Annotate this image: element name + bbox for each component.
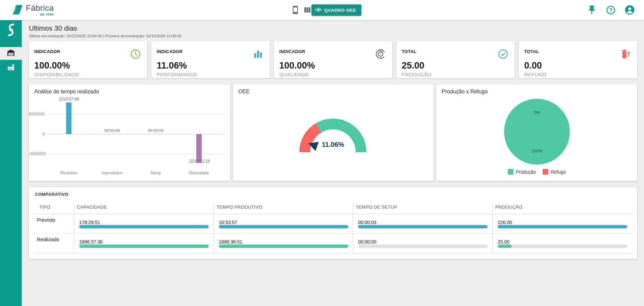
column-header-tempo-setup: TEMPO DE SETUP	[356, 205, 397, 210]
bar-value-label: -2026:52:16	[177, 159, 221, 164]
pie-label-refugo-pct: 0%	[517, 110, 557, 115]
legend-swatch-refugo	[543, 169, 548, 175]
cell-value: 1896:37:36	[79, 239, 103, 245]
help-button[interactable]: ?	[606, 5, 616, 16]
bar-chart-icon	[252, 48, 264, 60]
view-columns-icon	[303, 10, 312, 15]
progress-bar	[498, 225, 627, 228]
cell-value: 1896:36:51	[219, 239, 242, 245]
brand-name: Fábrica	[26, 4, 54, 12]
brand-logo: Fábrica ao vivo	[13, 4, 54, 17]
svg-text:?: ?	[609, 7, 612, 13]
y-axis-tick: -5000000	[29, 151, 45, 156]
page-title: Ultimos 30 dias	[29, 24, 77, 32]
kpi-caption: DISPONIBILIDADE	[34, 72, 80, 77]
cell-value: 25.00	[498, 239, 509, 245]
quadro-oee-label: QUADRO OEE	[324, 8, 356, 13]
kpi-caption: REFUGO	[524, 72, 546, 77]
progress-bar	[79, 225, 209, 228]
kpi-caption: PERFORMANCE	[157, 72, 197, 77]
clock-icon	[130, 48, 141, 60]
kpi-value: 100.00%	[279, 60, 315, 71]
kpi-card-qualidade: INDICADOR 100.00% QUALIDADE	[274, 41, 392, 78]
kpi-caption: QUALIDADE	[279, 72, 309, 77]
y-axis-tick: 0	[29, 132, 45, 136]
brand-tagline: ao vivo	[26, 12, 54, 16]
row-divider	[34, 253, 633, 253]
warehouse-icon	[7, 49, 15, 58]
row-divider	[34, 233, 633, 234]
y-axis-tick: 5000000	[29, 112, 45, 117]
column-divider	[492, 203, 493, 253]
tempo-realizado-chart-card: Análise de tempo realizado 50000000-5000…	[29, 84, 230, 181]
progress-bar	[79, 245, 209, 248]
pie-legend: Produção Refugo	[436, 169, 637, 175]
pie-slice-producao	[504, 99, 570, 165]
row-divider	[34, 214, 633, 214]
bar-value-label: 00:00:45	[90, 128, 134, 133]
kpi-value: 25.00	[402, 60, 425, 71]
cell-value: 226.00	[498, 220, 512, 225]
oee-gauge-value: 11.06%	[306, 141, 360, 148]
gridline	[48, 114, 225, 115]
legend-item-refugo: Refugo	[543, 169, 566, 175]
oee-gauge	[233, 84, 434, 181]
pin-button[interactable]	[587, 5, 597, 16]
account-circle-icon	[624, 11, 635, 16]
comparativo-table-card: COMPARATIVO TIPO CAPACIDADE TEMPO PRODUT…	[29, 187, 637, 259]
kpi-caption: PRODUÇÃO	[402, 72, 432, 77]
kpi-card-disponibilidade: INDICADOR 100.00% DISPONIBILIDADE	[29, 41, 147, 78]
kpi-card-performance: INDICADOR 11.06% PERFORMANCE	[151, 41, 270, 78]
s-mark-icon	[5, 23, 17, 39]
target-icon	[375, 48, 386, 60]
smartphone-icon	[291, 10, 300, 15]
sidebar-item-factory[interactable]	[0, 61, 22, 74]
cell-value: 178:29:51	[79, 220, 100, 225]
legend-item-producao: Produção	[508, 169, 536, 175]
legend-label-producao: Produção	[516, 169, 536, 175]
columns-view-button[interactable]	[303, 6, 312, 15]
bar-value-label: 2213:07:46	[47, 97, 91, 101]
app-header: Fábrica ao vivo QUADRO OEE ?	[0, 0, 644, 20]
sidebar-item-warehouse[interactable]	[0, 47, 22, 60]
cell-value: 00:00:03	[358, 220, 377, 225]
kpi-card-producao: TOTAL 25.00 PRODUÇÃO	[396, 41, 515, 78]
quadro-oee-button[interactable]: QUADRO OEE	[311, 4, 361, 16]
column-header-producao: PRODUÇÃO	[495, 205, 522, 210]
column-header-tipo: TIPO	[39, 205, 50, 210]
graphic-eq-icon	[315, 6, 321, 14]
pie-label-producao-pct: 100%	[517, 148, 557, 154]
legend-label-refugo: Refugo	[551, 169, 566, 175]
producao-refugo-pie-card: Produção x Refugo 0% 100% Produção Refug…	[436, 84, 637, 181]
tempo-chart-plot: 50000000-50000002213:07:46Produtivo00:00…	[29, 84, 230, 181]
check-circle-icon	[497, 48, 509, 60]
column-divider	[353, 203, 353, 253]
sidebar	[0, 20, 22, 306]
column-header-capacidade: CAPACIDADE	[77, 205, 107, 210]
pie-chart	[436, 84, 637, 181]
progress-bar	[498, 245, 627, 248]
bar-produtivo	[66, 102, 71, 134]
kpi-label: INDICADOR	[157, 49, 183, 54]
sync-info: Última sincronização: 02/12/2025 10:00:2…	[29, 34, 181, 38]
progress-bar	[219, 225, 348, 228]
mobile-view-button[interactable]	[291, 5, 300, 15]
kpi-card-refugo: TOTAL 0.00 REFUGO	[519, 41, 637, 78]
account-button[interactable]	[624, 4, 635, 16]
kpi-value: 11.06%	[157, 60, 187, 71]
oee-gauge-card: OEE 11.06%	[233, 84, 434, 181]
comparativo-title: COMPARATIVO	[35, 192, 68, 197]
sidebar-logo[interactable]	[0, 22, 22, 39]
column-divider	[74, 203, 74, 253]
cell-value: 00:00:00	[358, 239, 377, 245]
bar-value-label: 00:00:00	[134, 128, 178, 133]
x-axis-category: Produtivo	[47, 171, 91, 175]
kpi-label: INDICADOR	[279, 49, 305, 54]
progress-bar	[358, 225, 488, 228]
x-axis-category: Improdutivo	[90, 171, 134, 175]
kpi-value: 0.00	[524, 60, 542, 71]
column-divider	[213, 203, 214, 253]
x-axis-category: Ociosidade	[177, 171, 221, 175]
kpi-label: INDICADOR	[34, 49, 60, 54]
progress-bar	[358, 245, 488, 248]
